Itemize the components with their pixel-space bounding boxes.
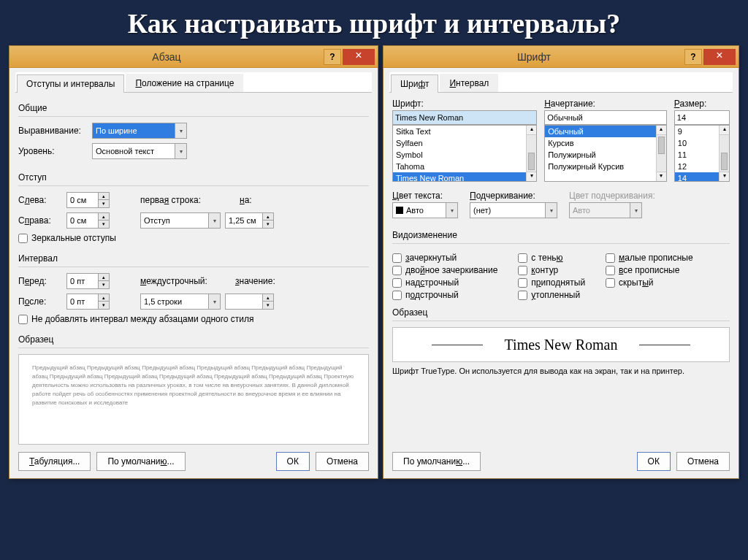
font-sample: Times New Roman	[392, 327, 730, 362]
effects-group: зачеркнутый двойное зачеркивание надстро…	[392, 253, 730, 300]
level-label: Уровень:	[18, 146, 88, 156]
list-item: Полужирный	[545, 149, 666, 161]
first-line-combo[interactable]: Отступ ▾	[140, 212, 221, 229]
font-style-list[interactable]: Обычный Курсив Полужирный Полужирный Кур…	[544, 125, 667, 182]
allcaps-checkbox[interactable]: все прописные	[606, 265, 693, 275]
smallcaps-checkbox[interactable]: малые прописные	[606, 253, 693, 263]
list-item: Times New Roman	[393, 172, 536, 182]
subscript-checkbox[interactable]: подстрочный	[392, 290, 497, 300]
list-item: Tahoma	[393, 161, 536, 172]
line-spacing-combo[interactable]: 1,5 строки ▾	[140, 294, 221, 310]
after-label: После:	[18, 296, 62, 307]
tab-position[interactable]: Положение на странице	[126, 74, 243, 92]
left-label: Слева:	[18, 195, 62, 205]
chevron-down-icon: ▾	[175, 123, 186, 138]
at-spinner[interactable]: ▴▾	[225, 294, 274, 310]
double-strike-checkbox[interactable]: двойное зачеркивание	[392, 265, 497, 275]
spacing-label: Интервал	[18, 253, 369, 264]
underline-label: Подчеркивание:	[470, 191, 557, 201]
sample-label: Образец	[18, 334, 369, 345]
alignment-combo[interactable]: По ширине ▾	[92, 123, 187, 139]
truetype-info: Шрифт TrueType. Он используется для выво…	[392, 367, 730, 375]
list-item: Sylfaen	[393, 137, 536, 149]
chevron-down-icon: ▾	[630, 203, 641, 218]
level-combo[interactable]: Основной текст ▾	[92, 143, 187, 159]
tab-advanced[interactable]: Интервал	[440, 74, 498, 92]
font-size-input[interactable]: 14	[674, 110, 730, 125]
by-label: на:	[240, 195, 252, 205]
default-button[interactable]: По умолчанию...	[392, 452, 481, 471]
paragraph-preview: Предыдущий абзац Предыдущий абзац Предыд…	[18, 354, 369, 445]
font-name-input[interactable]: Times New Roman	[392, 110, 537, 125]
right-label: Справа:	[18, 215, 62, 226]
underline-color-combo: Авто ▾	[569, 202, 642, 218]
font-style-label: Начертание:	[544, 99, 667, 109]
font-title: Шрифт	[383, 51, 684, 63]
right-spinner[interactable]: 0 см ▴▾	[66, 212, 110, 229]
help-button[interactable]: ?	[324, 49, 341, 65]
chevron-down-icon: ▾	[545, 203, 557, 218]
left-spinner[interactable]: 0 см ▴▾	[66, 192, 110, 208]
font-size-label: Размер:	[674, 99, 730, 109]
general-label: Общие	[18, 103, 369, 113]
paragraph-titlebar: Абзац ? ×	[9, 46, 378, 68]
underline-combo[interactable]: (нет) ▾	[470, 202, 557, 218]
indent-label: Отступ	[18, 172, 369, 183]
before-label: Перед:	[18, 276, 62, 286]
font-titlebar: Шрифт ? ×	[383, 46, 739, 68]
same-style-checkbox[interactable]: Не добавлять интервал между абзацами одн…	[18, 314, 254, 324]
chevron-down-icon: ▾	[208, 213, 220, 228]
shadow-checkbox[interactable]: с тенью	[518, 253, 585, 263]
alignment-label: Выравнивание:	[18, 126, 88, 136]
paragraph-title: Абзац	[9, 51, 324, 63]
mirror-checkbox[interactable]: Зеркальные отступы	[18, 233, 116, 243]
engrave-checkbox[interactable]: утопленный	[518, 290, 585, 300]
tab-indents[interactable]: Отступы и интервалы	[17, 74, 124, 93]
color-label: Цвет текста:	[392, 191, 458, 201]
font-name-list[interactable]: Sitka Text Sylfaen Symbol Tahoma Times N…	[392, 125, 537, 182]
chevron-down-icon: ▾	[208, 294, 220, 309]
list-item: Symbol	[393, 149, 536, 161]
ok-button[interactable]: ОК	[637, 452, 671, 471]
tab-font[interactable]: Шрифт	[391, 74, 438, 93]
at-label: значение:	[235, 276, 275, 286]
font-name-label: Шрифт:	[392, 99, 537, 109]
font-sample-label: Образец	[392, 307, 730, 318]
font-style-input[interactable]: Обычный	[544, 110, 667, 125]
font-size-list[interactable]: 9 10 11 12 14 ▴▾	[674, 125, 730, 182]
close-button[interactable]: ×	[703, 49, 736, 65]
paragraph-tabs: Отступы и интервалы Положение на страниц…	[15, 72, 372, 93]
chevron-down-icon: ▾	[175, 144, 186, 158]
effects-label: Видоизменение	[392, 230, 730, 240]
ok-button[interactable]: ОК	[276, 452, 310, 471]
strike-checkbox[interactable]: зачеркнутый	[392, 253, 497, 263]
list-item: Полужирный Курсив	[545, 161, 666, 172]
slide-title: Как настраивать шрифт и интервалы?	[0, 0, 748, 45]
tabs-button[interactable]: Табуляция...	[18, 452, 91, 471]
emboss-checkbox[interactable]: приподнятый	[518, 277, 585, 288]
help-button[interactable]: ?	[684, 49, 702, 65]
line-spacing-label: междустрочный:	[140, 276, 213, 286]
hidden-checkbox[interactable]: скрытый	[606, 277, 693, 288]
by-spinner[interactable]: 1,25 см ▴▾	[225, 212, 274, 229]
after-spinner[interactable]: 0 пт ▴▾	[66, 294, 110, 310]
cancel-button[interactable]: Отмена	[316, 452, 369, 471]
paragraph-dialog: Абзац ? × Отступы и интервалы Положение …	[9, 45, 378, 479]
superscript-checkbox[interactable]: надстрочный	[392, 277, 497, 288]
outline-checkbox[interactable]: контур	[518, 265, 585, 275]
color-combo[interactable]: Авто ▾	[392, 202, 458, 218]
close-button[interactable]: ×	[343, 49, 375, 65]
list-item: Курсив	[545, 137, 666, 149]
cancel-button[interactable]: Отмена	[676, 452, 730, 471]
before-spinner[interactable]: 0 пт ▴▾	[66, 273, 110, 289]
font-tabs: Шрифт Интервал	[389, 72, 733, 93]
first-line-label: первая строка:	[140, 195, 213, 205]
font-dialog: Шрифт ? × Шрифт Интервал Шрифт: Times Ne…	[383, 45, 739, 479]
list-item: Sitka Text	[393, 126, 536, 137]
default-button[interactable]: По умолчанию...	[96, 452, 185, 471]
chevron-down-icon: ▾	[446, 203, 457, 218]
underline-color-label: Цвет подчеркивания:	[569, 191, 655, 201]
list-item: Обычный	[545, 126, 666, 137]
